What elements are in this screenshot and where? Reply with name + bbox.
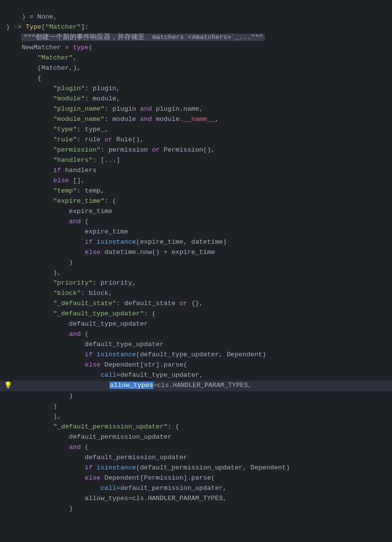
code-token: and	[140, 105, 151, 113]
code-token	[6, 146, 53, 154]
code-token: or	[105, 136, 112, 143]
code-token: "plugin"	[53, 85, 85, 92]
code-token	[6, 300, 53, 307]
code-token	[6, 444, 69, 451]
code-token: )	[6, 392, 73, 400]
line-content: "permission": permission or Permission()…	[4, 145, 392, 155]
code-line: if handlers	[0, 166, 392, 176]
code-token	[6, 116, 53, 123]
code-token: (Matcher,),	[6, 64, 81, 72]
line-content: "_default_state": default_state or {},	[4, 299, 392, 309]
code-token: or	[179, 300, 187, 307]
code-token: (	[81, 218, 89, 225]
line-content: default_type_updater	[4, 319, 392, 329]
code-token: "block"	[53, 290, 81, 297]
line-content: ) = None,	[4, 12, 392, 22]
code-token: call	[100, 371, 116, 379]
code-token: =default_permission_updater,	[116, 484, 227, 492]
code-line: and (	[0, 217, 392, 227]
code-token	[6, 136, 53, 143]
code-token: : permission	[100, 146, 151, 154]
code-token: if	[85, 464, 93, 471]
code-line: )	[0, 258, 392, 268]
line-content: default_permission_updater	[4, 432, 392, 443]
line-content: "handlers": [...]	[4, 155, 392, 166]
code-token	[6, 197, 53, 205]
code-line: if isinstance(default_type_updater, Depe…	[0, 350, 392, 360]
code-token: ]:	[81, 23, 89, 31]
line-content: if handlers	[4, 166, 392, 176]
line-content: ),	[4, 268, 392, 278]
line-content: "module": module,	[4, 94, 392, 104]
code-token	[6, 34, 21, 41]
code-token: : module,	[85, 95, 120, 102]
line-content: )	[4, 391, 392, 402]
code-line: (Matcher,),	[0, 63, 392, 74]
code-token: ]	[116, 156, 120, 164]
code-token	[6, 105, 53, 113]
code-line: "handlers": [...]	[0, 155, 392, 166]
code-line: else [],	[0, 176, 392, 186]
code-token	[6, 177, 53, 184]
code-line: "Matcher",	[0, 53, 392, 63]
code-token: "_default_permission_updater"	[53, 423, 168, 430]
code-token: Type	[26, 23, 41, 31]
code-token	[6, 85, 53, 92]
code-line: NewMatcher = type(	[0, 43, 392, 53]
code-line: ),	[0, 412, 392, 422]
code-token: plugin.name,	[152, 105, 203, 113]
code-line: "priority": priority,	[0, 278, 392, 289]
code-token: ,	[73, 54, 77, 61]
code-token: and	[69, 218, 81, 225]
line-content: "block": block,	[4, 289, 392, 299]
code-line: "_default_state": default_state or {},	[0, 299, 392, 309]
lightbulb-icon[interactable]: 💡	[4, 381, 12, 391]
code-token: "_default_state"	[53, 300, 116, 307]
code-token: Permission(),	[160, 146, 215, 154]
code-line: "_default_type_updater": (	[0, 309, 392, 319]
code-token: "Matcher"	[37, 54, 73, 61]
code-token: Dependent[str].parse(	[100, 361, 187, 368]
code-token	[6, 351, 85, 358]
code-token	[6, 187, 53, 194]
code-token	[15, 382, 110, 389]
code-line: "module": module,	[0, 94, 392, 104]
code-line: and (	[0, 329, 392, 340]
code-line: default_permission_updater	[0, 432, 392, 443]
code-token: "expire_time"	[53, 197, 104, 205]
line-content: if isinstance(expire_time, datetime)	[4, 237, 392, 248]
line-content: and (	[4, 217, 392, 227]
code-token: (expire_time, datetime)	[136, 238, 226, 246]
code-token: =cls.HANDLER_PARAM_TYPES,	[128, 495, 227, 502]
line-content: {	[4, 74, 392, 84]
line-content: and (	[4, 329, 392, 340]
code-line: "rule": rule or Rule(),	[0, 135, 392, 145]
code-token	[6, 95, 53, 102]
code-line: ),	[0, 268, 392, 278]
code-token: "type"	[53, 126, 77, 133]
code-token: default_permission_updater	[6, 433, 171, 441]
code-token: isinstance	[96, 351, 136, 358]
code-line: "type": type_,	[0, 125, 392, 135]
code-token: datetime.now() + expire_time	[100, 249, 215, 256]
line-content: ) -> Type["Matcher"]:	[4, 22, 392, 33]
code-line: and (	[0, 443, 392, 453]
line-content: ),	[4, 412, 392, 422]
line-content: "plugin_name": plugin and plugin.name,	[4, 104, 392, 115]
code-token: default_type_updater	[6, 320, 148, 328]
code-token: else	[53, 177, 69, 184]
line-content: else Dependent[Permission].parse(	[4, 473, 392, 484]
code-line: "plugin_name": plugin and plugin.name,	[0, 104, 392, 115]
code-token: {	[6, 75, 41, 82]
code-token: else	[85, 474, 100, 482]
line-content: "priority": priority,	[4, 278, 392, 289]
line-content: if isinstance(default_permission_updater…	[4, 463, 392, 473]
code-token	[6, 54, 37, 61]
code-token: """创建一个新的事件响应器，并存储至 `matchers <#matchers…	[21, 34, 264, 41]
code-token	[6, 423, 53, 430]
code-token: isinstance	[96, 238, 136, 246]
code-token	[6, 290, 53, 297]
code-token: "rule"	[53, 136, 77, 143]
code-token: ) = None,	[6, 13, 57, 20]
code-token: : rule	[77, 136, 105, 143]
